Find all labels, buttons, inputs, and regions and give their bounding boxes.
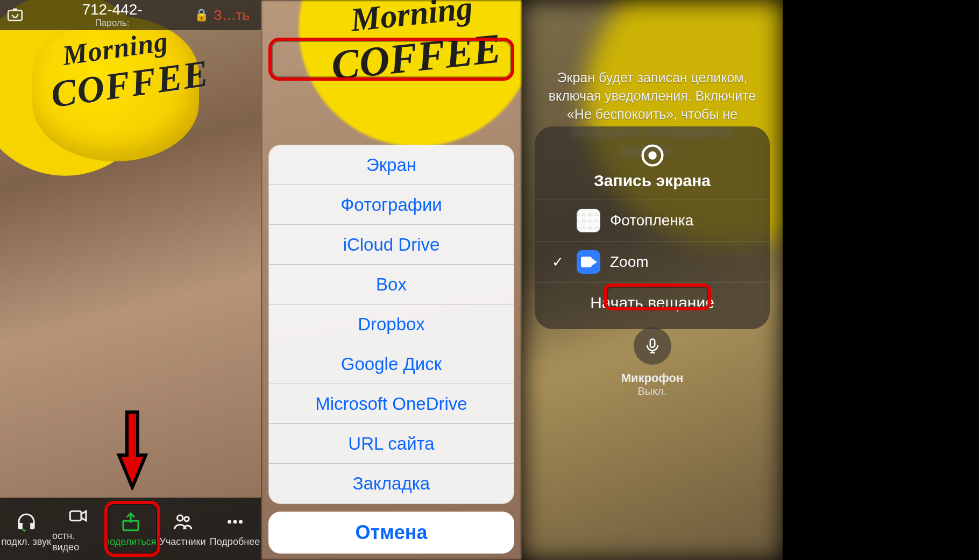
more-icon bbox=[224, 511, 246, 533]
svg-point-6 bbox=[233, 520, 237, 523]
meeting-info[interactable]: 712-442- Пароль: bbox=[30, 2, 194, 28]
flip-camera-button[interactable] bbox=[0, 6, 30, 24]
svg-point-5 bbox=[228, 520, 231, 523]
meeting-id: 712-442- bbox=[30, 2, 194, 18]
share-cancel-button[interactable]: Отмена bbox=[268, 512, 514, 554]
toolbar-video-button[interactable]: остн. видео bbox=[52, 498, 104, 560]
record-icon bbox=[641, 144, 664, 167]
meeting-toolbar: подкл. звук остн. видео поделиться Участ… bbox=[0, 498, 261, 560]
zoom-app-icon bbox=[577, 250, 600, 274]
toolbar-video-label: остн. видео bbox=[52, 530, 104, 553]
toolbar-share-button[interactable]: поделиться bbox=[104, 498, 157, 560]
panel-share-sheet: Morning COFFEE Экран Фотографии iCloud D… bbox=[261, 0, 522, 560]
svg-rect-1 bbox=[70, 511, 81, 521]
photos-app-icon bbox=[577, 209, 600, 232]
end-meeting-button[interactable]: З…ть bbox=[214, 7, 261, 24]
meeting-password-label: Пароль: bbox=[30, 18, 194, 29]
share-option-google-drive[interactable]: Google Диск bbox=[269, 344, 514, 384]
share-option-box[interactable]: Box bbox=[269, 265, 514, 304]
svg-rect-0 bbox=[8, 11, 22, 20]
share-icon bbox=[119, 511, 142, 533]
microphone-button[interactable] bbox=[634, 327, 671, 365]
toolbar-audio-button[interactable]: подкл. звук bbox=[0, 498, 52, 560]
toolbar-participants-label: Участники bbox=[160, 536, 206, 548]
toolbar-more-label: Подробнее bbox=[210, 536, 260, 548]
action-sheet: Экран Фотографии iCloud Drive Box Dropbo… bbox=[268, 145, 514, 554]
share-option-icloud[interactable]: iCloud Drive bbox=[269, 225, 514, 265]
broadcast-app-zoom[interactable]: ✓ Zoom bbox=[535, 241, 770, 282]
video-icon bbox=[67, 505, 90, 527]
start-broadcast-label: Начать вещание bbox=[590, 294, 714, 311]
toolbar-share-label: поделиться bbox=[104, 536, 156, 548]
panel-screen-broadcast: Экран будет записан целиком, включая уве… bbox=[522, 0, 783, 560]
microphone-toggle[interactable]: Микрофон Выкл. bbox=[522, 327, 783, 398]
broadcast-app-photos[interactable]: Фотопленка bbox=[535, 200, 770, 241]
microphone-state: Выкл. bbox=[522, 385, 783, 398]
microphone-label: Микрофон bbox=[522, 371, 783, 385]
panel-zoom-meeting: Morning COFFEE 712-442- Пароль: 🔒 З…ть bbox=[0, 0, 261, 560]
toolbar-participants-button[interactable]: Участники bbox=[157, 498, 209, 560]
share-option-dropbox[interactable]: Dropbox bbox=[269, 304, 514, 344]
share-options-list: Экран Фотографии iCloud Drive Box Dropbo… bbox=[268, 145, 514, 504]
meeting-top-bar: 712-442- Пароль: 🔒 З…ть bbox=[0, 0, 261, 30]
svg-point-9 bbox=[648, 151, 656, 159]
svg-point-7 bbox=[239, 520, 243, 523]
share-option-screen[interactable]: Экран bbox=[269, 145, 514, 185]
share-option-url[interactable]: URL сайта bbox=[269, 424, 514, 464]
microphone-icon bbox=[643, 337, 662, 355]
headphones-icon bbox=[15, 511, 38, 533]
svg-point-3 bbox=[177, 515, 183, 521]
zoom-check-icon: ✓ bbox=[549, 254, 567, 271]
start-broadcast-button[interactable]: Начать вещание bbox=[535, 282, 770, 314]
lock-icon: 🔒 bbox=[194, 8, 214, 22]
participants-icon bbox=[172, 511, 194, 533]
broadcast-card-title: Запись экрана bbox=[535, 172, 770, 190]
svg-rect-10 bbox=[650, 339, 655, 348]
broadcast-card: Запись экрана Фотопленка ✓ Zoom Начать в… bbox=[535, 126, 770, 329]
share-option-photos[interactable]: Фотографии bbox=[269, 185, 514, 225]
flip-camera-icon bbox=[6, 6, 24, 24]
zoom-app-label: Zoom bbox=[610, 253, 649, 271]
share-option-onedrive[interactable]: Microsoft OneDrive bbox=[269, 384, 514, 424]
toolbar-more-button[interactable]: Подробнее bbox=[209, 498, 261, 560]
photos-app-label: Фотопленка bbox=[610, 212, 693, 229]
share-option-bookmark[interactable]: Закладка bbox=[269, 464, 514, 504]
svg-point-4 bbox=[184, 516, 188, 521]
toolbar-audio-label: подкл. звук bbox=[1, 536, 51, 548]
